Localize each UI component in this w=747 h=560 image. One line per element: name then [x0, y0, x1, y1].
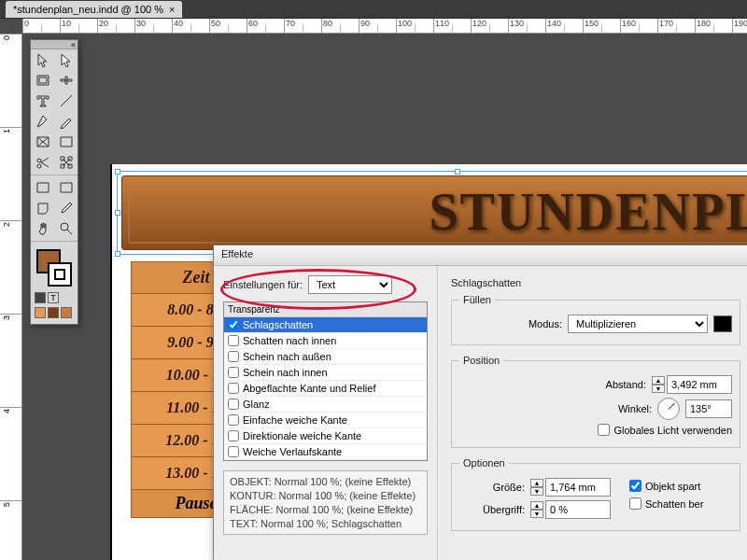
size-spinner[interactable]: ▲▼	[530, 478, 611, 497]
ruler-tick: 130	[508, 19, 524, 33]
shadow-color-button[interactable]	[713, 315, 732, 332]
close-icon[interactable]: ×	[169, 4, 175, 15]
summary-line: TEXT: Normal 100 %; Schlagschatten	[230, 517, 421, 531]
formatting-affects-row: T	[31, 290, 78, 305]
banner-text: STUNDENPLA	[429, 182, 747, 242]
fill-group: Füllen Modus: Multiplizieren	[451, 294, 740, 345]
title-banner-frame[interactable]: STUNDENPLA	[121, 175, 747, 250]
effect-checkbox[interactable]	[228, 414, 239, 426]
scissors-tool[interactable]	[31, 152, 54, 173]
effect-checkbox[interactable]	[228, 399, 239, 410]
effects-list-item[interactable]: Glanz	[224, 397, 427, 413]
gradient-feather-tool[interactable]	[54, 177, 78, 198]
summary-line: OBJEKT: Normal 100 %; (keine Effekte)	[230, 475, 421, 489]
pencil-tool[interactable]	[54, 111, 78, 132]
gap-tool[interactable]	[54, 70, 78, 91]
gradient-swatch-tool[interactable]	[31, 177, 54, 198]
effect-checkbox[interactable]	[228, 335, 239, 346]
shadow-honors-checkbox[interactable]: Schatten ber	[629, 497, 732, 510]
effects-list-item[interactable]: Einfache weiche Kante	[224, 413, 427, 428]
effects-list[interactable]: Transparenz SchlagschattenSchatten nach …	[223, 301, 428, 461]
document-tab[interactable]: *stundenplan_neu.indd @ 100 % ×	[6, 1, 182, 18]
hand-tool[interactable]	[31, 218, 54, 239]
tools-panel[interactable]: « T	[30, 39, 78, 325]
ruler-tick: 0	[22, 19, 29, 33]
page-tool[interactable]	[31, 70, 54, 91]
effect-label: Weiche Verlaufskante	[243, 446, 342, 457]
ruler-tick: 110	[433, 19, 449, 33]
spread-input[interactable]	[545, 500, 611, 519]
vertical-ruler[interactable]: 012345	[0, 34, 22, 560]
settings-for-select[interactable]: Text	[308, 275, 392, 294]
effects-list-item[interactable]: Schlagschatten	[224, 317, 427, 333]
effect-checkbox[interactable]	[228, 351, 239, 362]
position-legend: Position	[459, 355, 503, 366]
horizontal-ruler[interactable]: 0102030405060708090100110120130140150160…	[22, 19, 747, 34]
spin-down-icon[interactable]: ▼	[530, 510, 543, 518]
global-light-checkbox[interactable]: Globales Licht verwenden	[598, 424, 732, 436]
formatting-text-icon[interactable]: T	[48, 292, 59, 303]
selection-tool[interactable]	[31, 49, 54, 70]
distance-spinner[interactable]: ▲▼	[652, 375, 732, 394]
effect-label: Schein nach außen	[243, 351, 331, 362]
effect-checkbox[interactable]	[228, 367, 239, 378]
effect-label: Schatten nach innen	[243, 335, 336, 346]
rectangle-frame-tool[interactable]	[31, 132, 54, 152]
effects-list-item[interactable]: Abgeflachte Kante und Relief	[224, 381, 427, 397]
effect-checkbox[interactable]	[228, 430, 239, 441]
effects-list-item[interactable]: Schatten nach innen	[224, 333, 427, 349]
note-tool[interactable]	[31, 198, 54, 218]
effects-list-item[interactable]: Schein nach innen	[224, 365, 427, 381]
rectangle-tool[interactable]	[54, 132, 78, 152]
angle-dial[interactable]	[657, 398, 680, 420]
ruler-tick: 40	[172, 19, 183, 33]
size-label: Größe:	[459, 482, 525, 493]
color-chip[interactable]	[35, 307, 46, 318]
fill-legend: Füllen	[459, 294, 495, 305]
spin-up-icon[interactable]: ▲	[652, 376, 665, 385]
effects-dialog[interactable]: Effekte Einstellungen für: Text Transpar…	[213, 245, 747, 560]
panel-grip[interactable]: «	[31, 40, 78, 49]
spin-down-icon[interactable]: ▼	[530, 487, 543, 496]
distance-input[interactable]	[667, 375, 732, 394]
ruler-tick: 50	[209, 19, 220, 33]
ruler-tick: 170	[657, 19, 673, 33]
color-chip[interactable]	[48, 307, 59, 318]
eyedropper-tool[interactable]	[54, 198, 78, 218]
ruler-tick: 160	[620, 19, 636, 33]
effects-list-item[interactable]: Weiche Verlaufskante	[224, 444, 427, 460]
object-knocks-out-checkbox[interactable]: Objekt spart	[629, 480, 732, 492]
ruler-tick: 100	[396, 19, 412, 33]
dialog-title[interactable]: Effekte	[214, 245, 747, 266]
effect-checkbox[interactable]	[228, 319, 239, 330]
effect-label: Schein nach innen	[243, 367, 328, 378]
type-tool[interactable]	[31, 91, 54, 111]
effects-list-item[interactable]: Direktionale weiche Kante	[224, 428, 427, 444]
spread-spinner[interactable]: ▲▼	[530, 500, 611, 519]
spin-up-icon[interactable]: ▲	[530, 501, 543, 510]
effect-label: Glanz	[243, 399, 270, 410]
angle-input[interactable]	[685, 399, 732, 418]
ruler-tick: 190	[732, 19, 747, 33]
effect-checkbox[interactable]	[228, 446, 239, 457]
size-input[interactable]	[545, 478, 611, 497]
ruler-tick: 20	[97, 19, 108, 33]
effect-label: Direktionale weiche Kante	[243, 430, 361, 441]
line-tool[interactable]	[54, 91, 78, 111]
zoom-tool[interactable]	[54, 218, 78, 239]
spread-label: Übergriff:	[459, 504, 525, 515]
spin-up-icon[interactable]: ▲	[530, 479, 543, 487]
spin-down-icon[interactable]: ▼	[652, 385, 665, 393]
stroke-swatch[interactable]	[48, 262, 72, 287]
effects-list-item[interactable]: Schein nach außen	[224, 349, 427, 365]
direct-selection-tool[interactable]	[54, 49, 78, 70]
pen-tool[interactable]	[31, 111, 54, 132]
effect-checkbox[interactable]	[228, 383, 239, 394]
color-chip[interactable]	[61, 307, 72, 318]
fill-stroke-swatch[interactable]	[35, 247, 74, 288]
mode-select[interactable]: Multiplizieren	[568, 315, 708, 333]
formatting-container-icon[interactable]	[35, 292, 46, 303]
free-transform-tool[interactable]	[54, 152, 78, 173]
effects-list-group: Transparenz	[224, 302, 427, 317]
ruler-tick: 180	[695, 19, 711, 33]
